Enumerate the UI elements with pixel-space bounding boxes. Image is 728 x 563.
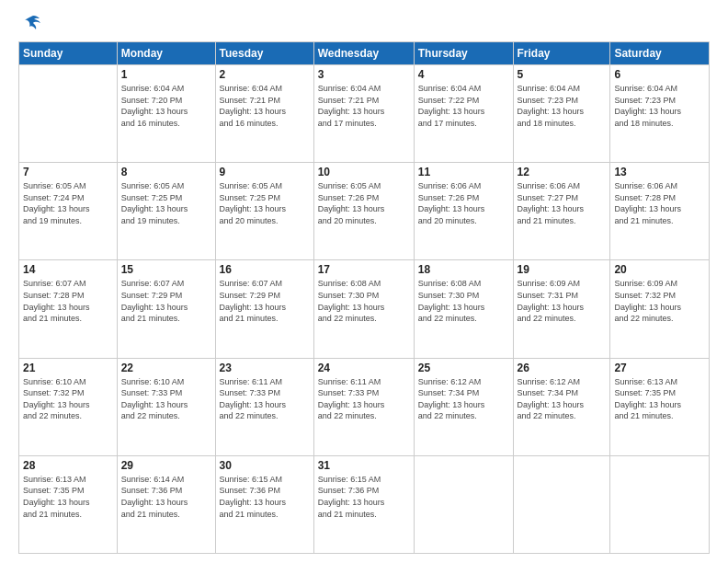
calendar-cell: 8Sunrise: 6:05 AM Sunset: 7:25 PM Daylig…	[117, 163, 215, 260]
day-number: 2	[220, 68, 310, 81]
logo-general-text	[18, 17, 41, 36]
day-number: 16	[220, 263, 310, 276]
calendar-cell: 18Sunrise: 6:08 AM Sunset: 7:30 PM Dayli…	[414, 260, 513, 358]
calendar-cell: 20Sunrise: 6:09 AM Sunset: 7:32 PM Dayli…	[610, 260, 710, 358]
day-info: Sunrise: 6:08 AM Sunset: 7:30 PM Dayligh…	[418, 278, 509, 324]
day-info: Sunrise: 6:05 AM Sunset: 7:24 PM Dayligh…	[23, 180, 113, 226]
calendar-cell: 16Sunrise: 6:07 AM Sunset: 7:29 PM Dayli…	[215, 260, 313, 358]
calendar-cell: 23Sunrise: 6:11 AM Sunset: 7:33 PM Dayli…	[215, 358, 313, 455]
day-info: Sunrise: 6:11 AM Sunset: 7:33 PM Dayligh…	[220, 376, 310, 422]
day-number: 13	[614, 166, 705, 178]
calendar-cell: 3Sunrise: 6:04 AM Sunset: 7:21 PM Daylig…	[313, 65, 414, 163]
day-number: 26	[518, 362, 607, 374]
calendar-cell: 11Sunrise: 6:06 AM Sunset: 7:26 PM Dayli…	[414, 163, 513, 260]
calendar-cell	[19, 65, 118, 163]
day-info: Sunrise: 6:09 AM Sunset: 7:31 PM Dayligh…	[518, 278, 607, 324]
calendar-cell: 15Sunrise: 6:07 AM Sunset: 7:29 PM Dayli…	[117, 260, 215, 358]
calendar-week-1: 1Sunrise: 6:04 AM Sunset: 7:20 PM Daylig…	[19, 65, 710, 163]
day-number: 8	[121, 166, 211, 178]
calendar-cell: 9Sunrise: 6:05 AM Sunset: 7:25 PM Daylig…	[215, 163, 313, 260]
calendar-cell: 22Sunrise: 6:10 AM Sunset: 7:33 PM Dayli…	[117, 358, 215, 455]
day-header-saturday: Saturday	[610, 42, 710, 65]
calendar-cell	[513, 455, 610, 553]
calendar-week-4: 21Sunrise: 6:10 AM Sunset: 7:32 PM Dayli…	[19, 358, 710, 455]
calendar-header-row: SundayMondayTuesdayWednesdayThursdayFrid…	[19, 42, 710, 65]
logo-bird-icon	[21, 15, 41, 31]
day-info: Sunrise: 6:12 AM Sunset: 7:34 PM Dayligh…	[418, 376, 509, 422]
day-number: 17	[318, 263, 410, 276]
day-info: Sunrise: 6:05 AM Sunset: 7:26 PM Dayligh…	[318, 180, 410, 226]
calendar-cell: 6Sunrise: 6:04 AM Sunset: 7:23 PM Daylig…	[610, 65, 710, 163]
day-number: 21	[23, 362, 113, 374]
day-info: Sunrise: 6:05 AM Sunset: 7:25 PM Dayligh…	[220, 180, 310, 226]
day-header-wednesday: Wednesday	[313, 42, 414, 65]
day-info: Sunrise: 6:10 AM Sunset: 7:33 PM Dayligh…	[121, 376, 211, 422]
calendar-week-3: 14Sunrise: 6:07 AM Sunset: 7:28 PM Dayli…	[19, 260, 710, 358]
day-header-monday: Monday	[117, 42, 215, 65]
day-number: 22	[121, 362, 211, 374]
calendar: SundayMondayTuesdayWednesdayThursdayFrid…	[18, 41, 710, 554]
calendar-cell: 29Sunrise: 6:14 AM Sunset: 7:36 PM Dayli…	[117, 455, 215, 553]
day-info: Sunrise: 6:11 AM Sunset: 7:33 PM Dayligh…	[318, 376, 410, 422]
calendar-cell: 19Sunrise: 6:09 AM Sunset: 7:31 PM Dayli…	[513, 260, 610, 358]
calendar-cell: 4Sunrise: 6:04 AM Sunset: 7:22 PM Daylig…	[414, 65, 513, 163]
day-info: Sunrise: 6:13 AM Sunset: 7:35 PM Dayligh…	[23, 474, 113, 520]
calendar-cell: 10Sunrise: 6:05 AM Sunset: 7:26 PM Dayli…	[313, 163, 414, 260]
day-number: 14	[23, 263, 113, 276]
day-number: 1	[121, 68, 211, 81]
day-info: Sunrise: 6:15 AM Sunset: 7:36 PM Dayligh…	[318, 474, 410, 520]
calendar-cell: 24Sunrise: 6:11 AM Sunset: 7:33 PM Dayli…	[313, 358, 414, 455]
day-number: 4	[418, 68, 509, 81]
day-header-sunday: Sunday	[19, 42, 118, 65]
calendar-cell: 13Sunrise: 6:06 AM Sunset: 7:28 PM Dayli…	[610, 163, 710, 260]
day-number: 19	[518, 263, 607, 276]
day-info: Sunrise: 6:13 AM Sunset: 7:35 PM Dayligh…	[614, 376, 705, 422]
day-number: 3	[318, 68, 410, 81]
day-number: 10	[318, 166, 410, 178]
day-info: Sunrise: 6:04 AM Sunset: 7:21 PM Dayligh…	[318, 83, 410, 129]
header	[18, 17, 710, 36]
logo	[18, 17, 41, 36]
day-header-friday: Friday	[513, 42, 610, 65]
calendar-cell: 27Sunrise: 6:13 AM Sunset: 7:35 PM Dayli…	[610, 358, 710, 455]
day-info: Sunrise: 6:04 AM Sunset: 7:23 PM Dayligh…	[518, 83, 607, 129]
day-number: 9	[220, 166, 310, 178]
day-info: Sunrise: 6:06 AM Sunset: 7:28 PM Dayligh…	[614, 180, 705, 226]
calendar-cell: 30Sunrise: 6:15 AM Sunset: 7:36 PM Dayli…	[215, 455, 313, 553]
day-info: Sunrise: 6:10 AM Sunset: 7:32 PM Dayligh…	[23, 376, 113, 422]
calendar-cell: 26Sunrise: 6:12 AM Sunset: 7:34 PM Dayli…	[513, 358, 610, 455]
calendar-week-2: 7Sunrise: 6:05 AM Sunset: 7:24 PM Daylig…	[19, 163, 710, 260]
day-info: Sunrise: 6:15 AM Sunset: 7:36 PM Dayligh…	[220, 474, 310, 520]
day-header-thursday: Thursday	[414, 42, 513, 65]
day-info: Sunrise: 6:05 AM Sunset: 7:25 PM Dayligh…	[121, 180, 211, 226]
day-info: Sunrise: 6:14 AM Sunset: 7:36 PM Dayligh…	[121, 474, 211, 520]
calendar-cell: 17Sunrise: 6:08 AM Sunset: 7:30 PM Dayli…	[313, 260, 414, 358]
calendar-cell	[414, 455, 513, 553]
day-number: 20	[614, 263, 705, 276]
day-info: Sunrise: 6:04 AM Sunset: 7:22 PM Dayligh…	[418, 83, 509, 129]
calendar-cell: 1Sunrise: 6:04 AM Sunset: 7:20 PM Daylig…	[117, 65, 215, 163]
day-number: 11	[418, 166, 509, 178]
day-number: 5	[518, 68, 607, 81]
day-info: Sunrise: 6:08 AM Sunset: 7:30 PM Dayligh…	[318, 278, 410, 324]
calendar-cell	[610, 455, 710, 553]
calendar-week-5: 28Sunrise: 6:13 AM Sunset: 7:35 PM Dayli…	[19, 455, 710, 553]
day-info: Sunrise: 6:04 AM Sunset: 7:23 PM Dayligh…	[614, 83, 705, 129]
calendar-cell: 7Sunrise: 6:05 AM Sunset: 7:24 PM Daylig…	[19, 163, 118, 260]
calendar-cell: 31Sunrise: 6:15 AM Sunset: 7:36 PM Dayli…	[313, 455, 414, 553]
day-number: 7	[23, 166, 113, 178]
day-number: 25	[418, 362, 509, 374]
day-info: Sunrise: 6:07 AM Sunset: 7:29 PM Dayligh…	[220, 278, 310, 324]
calendar-cell: 5Sunrise: 6:04 AM Sunset: 7:23 PM Daylig…	[513, 65, 610, 163]
day-info: Sunrise: 6:09 AM Sunset: 7:32 PM Dayligh…	[614, 278, 705, 324]
calendar-cell: 12Sunrise: 6:06 AM Sunset: 7:27 PM Dayli…	[513, 163, 610, 260]
day-number: 30	[220, 459, 310, 472]
day-number: 6	[614, 68, 705, 81]
day-number: 29	[121, 459, 211, 472]
day-info: Sunrise: 6:07 AM Sunset: 7:28 PM Dayligh…	[23, 278, 113, 324]
calendar-cell: 14Sunrise: 6:07 AM Sunset: 7:28 PM Dayli…	[19, 260, 118, 358]
day-header-tuesday: Tuesday	[215, 42, 313, 65]
day-info: Sunrise: 6:06 AM Sunset: 7:26 PM Dayligh…	[418, 180, 509, 226]
day-info: Sunrise: 6:06 AM Sunset: 7:27 PM Dayligh…	[518, 180, 607, 226]
day-info: Sunrise: 6:04 AM Sunset: 7:21 PM Dayligh…	[220, 83, 310, 129]
